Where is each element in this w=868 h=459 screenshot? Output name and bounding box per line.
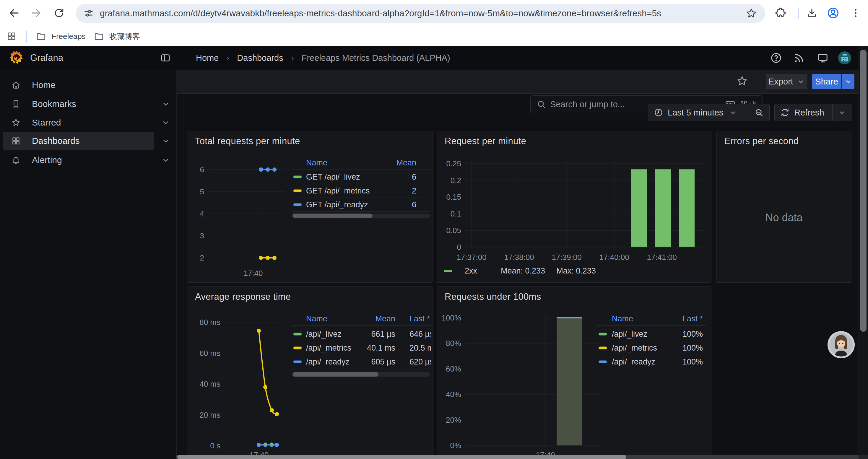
sidebar-item-alerting[interactable]: Alerting — [3, 151, 154, 169]
export-button[interactable]: Export — [766, 74, 807, 89]
sidebar-item-label: Bookmarks — [32, 99, 76, 109]
legend-scrollbar-thumb[interactable] — [293, 372, 378, 376]
url-bar[interactable]: grafana.mathmast.com/d/deytv4rwavabkb/fr… — [75, 4, 765, 23]
zoom-out-button[interactable] — [748, 104, 769, 121]
svg-text:0.15: 0.15 — [446, 193, 461, 201]
series-color-dash[interactable] — [598, 361, 607, 363]
svg-text:0.05: 0.05 — [446, 226, 461, 235]
refresh-interval-button[interactable] — [833, 104, 851, 121]
download-icon[interactable] — [805, 6, 818, 20]
legend-column-header[interactable]: Name — [612, 314, 633, 323]
legend-series-name[interactable]: GET /api/_livez — [306, 172, 360, 182]
legend-table: NameMeanLast */api/_livez661 µs646 µs/ap… — [289, 287, 431, 387]
site-settings-icon[interactable] — [83, 8, 94, 19]
scrollbar-corner — [859, 455, 868, 459]
sidebar-item-label: Dashboards — [32, 136, 80, 146]
apps-grid-icon[interactable] — [6, 31, 17, 41]
legend-stat[interactable]: Max: 0.233 — [556, 266, 596, 275]
legend-scrollbar-thumb[interactable] — [293, 214, 373, 218]
legend-series-name[interactable]: /api/_readyz — [306, 357, 349, 366]
monitor-icon[interactable] — [816, 51, 830, 65]
favorite-star-icon[interactable] — [736, 75, 748, 87]
svg-text:0.25: 0.25 — [446, 159, 461, 168]
chevron-down-icon — [845, 78, 852, 85]
chevron-down-icon[interactable] — [161, 95, 171, 113]
apps-icon — [11, 136, 21, 145]
forward-icon[interactable] — [30, 6, 42, 20]
profile-icon[interactable] — [827, 6, 840, 20]
request-per-minute-chart: 0.250.20.150.10.05017:37:0017:38:0017:39… — [437, 131, 711, 282]
user-avatar[interactable] — [838, 51, 851, 65]
legend-series-name[interactable]: /api/_livez — [612, 330, 647, 339]
brand-name[interactable]: Grafana — [30, 53, 63, 63]
reload-icon[interactable] — [53, 6, 66, 20]
chevron-down-icon — [797, 78, 804, 85]
grafana-logo[interactable] — [9, 50, 24, 66]
series-color-dash[interactable] — [598, 333, 607, 335]
refresh-label: Refresh — [794, 108, 824, 118]
legend-value: 20.5 ms — [409, 343, 431, 353]
sidebar-item-starred[interactable]: Starred — [3, 114, 154, 131]
refresh-button[interactable]: Refresh — [775, 104, 832, 121]
bookmark-folder-freeleaps[interactable]: Freeleaps — [36, 30, 86, 43]
panel-requests-under-100ms: Requests under 100ms 100%80%60%40%20%0%1… — [437, 287, 711, 459]
extensions-icon[interactable] — [774, 6, 787, 20]
breadcrumb-dashboards[interactable]: Dashboards — [237, 53, 283, 63]
share-menu-button[interactable] — [842, 74, 855, 89]
series-color-dash[interactable] — [598, 347, 607, 350]
zoom-out-icon — [754, 107, 764, 118]
chevron-down-icon — [730, 109, 737, 116]
legend-column-header[interactable]: Name — [306, 314, 327, 323]
legend-separator — [291, 198, 431, 198]
assistant-avatar-overlay[interactable] — [827, 331, 855, 360]
help-icon[interactable] — [769, 51, 783, 65]
series-color-dash[interactable] — [293, 190, 302, 192]
horizontal-scrollbar-thumb[interactable] — [177, 455, 626, 459]
chevron-down-icon[interactable] — [161, 132, 171, 150]
chevron-down-icon[interactable] — [161, 114, 171, 131]
vertical-scrollbar-thumb[interactable] — [860, 50, 867, 332]
bookmark-star-icon[interactable] — [746, 8, 757, 19]
legend-series-name[interactable]: GET /api/_readyz — [306, 200, 368, 209]
url-text[interactable]: grafana.mathmast.com/d/deytv4rwavabkb/fr… — [100, 8, 746, 18]
legend-stat[interactable]: Mean: 0.233 — [501, 266, 545, 275]
browser-menu-icon[interactable] — [849, 6, 862, 20]
legend-separator — [291, 169, 431, 170]
series-color-dash[interactable] — [293, 176, 302, 178]
legend-series-name[interactable]: /api/_metrics — [306, 343, 351, 353]
legend-series-name[interactable]: /api/_readyz — [612, 357, 655, 366]
series-color-dash[interactable] — [293, 333, 302, 335]
dashboard-toolbar: Export Share — [176, 70, 868, 94]
share-button[interactable]: Share — [812, 74, 841, 89]
series-color-dash[interactable] — [444, 270, 452, 272]
legend-series-name[interactable]: GET /api/_metrics — [306, 186, 370, 196]
back-icon[interactable] — [8, 6, 21, 20]
mega-menu-toggle-icon[interactable] — [159, 51, 172, 65]
chevron-right-icon: › — [226, 53, 229, 63]
bookmark-folder-blogs[interactable]: 收藏博客 — [94, 30, 140, 43]
sidebar-item-dashboards[interactable]: Dashboards — [3, 132, 154, 150]
breadcrumb-current: Freeleaps Metrics Dashboard (ALPHA) — [302, 53, 450, 63]
legend-column-header[interactable]: Last * — [682, 314, 703, 323]
grafana-header: Grafana Home › Dashboards › Freeleaps Me… — [0, 46, 868, 70]
svg-text:20 ms: 20 ms — [199, 411, 220, 419]
legend-column-header[interactable]: Mean — [396, 158, 416, 167]
sidebar-item-home[interactable]: Home — [3, 76, 154, 94]
svg-text:17:39:00: 17:39:00 — [552, 253, 582, 262]
chevron-down-icon[interactable] — [161, 151, 171, 169]
legend-series-name[interactable]: /api/_livez — [306, 330, 342, 339]
legend-column-header[interactable]: Name — [306, 158, 327, 167]
series-color-dash[interactable] — [293, 347, 302, 350]
series-color-dash[interactable] — [293, 203, 302, 206]
breadcrumb-home[interactable]: Home — [196, 53, 219, 63]
sidebar-item-bookmarks[interactable]: Bookmarks — [3, 95, 154, 113]
legend-series-name[interactable]: /api/_metrics — [612, 343, 657, 353]
legend-stat[interactable]: 2xx — [465, 266, 477, 275]
series-color-dash[interactable] — [293, 361, 302, 363]
time-range-picker[interactable]: Last 5 minutes — [648, 104, 748, 121]
legend-column-header[interactable]: Mean — [375, 314, 395, 323]
panel-title[interactable]: Errors per second — [724, 136, 799, 146]
legend-value: 620 µs — [409, 357, 431, 366]
news-rss-icon[interactable] — [793, 51, 806, 65]
legend-column-header[interactable]: Last * — [409, 314, 430, 323]
